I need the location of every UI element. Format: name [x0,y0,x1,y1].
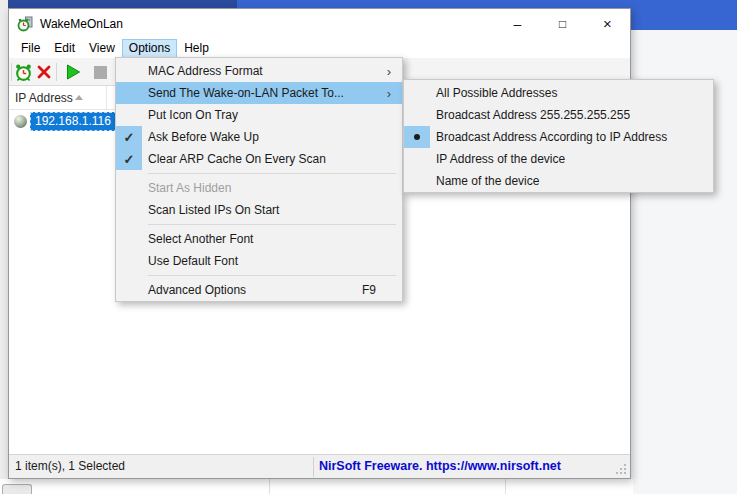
menu-item-ask-before-wake-up[interactable]: ✓ Ask Before Wake Up [116,126,402,148]
menu-item-send-wol-packet-to[interactable]: Send The Wake-on-LAN Packet To... › [116,82,402,104]
background-bottom-strip [0,479,633,494]
background-window-edge [505,479,506,494]
toolbar-gripper [11,63,12,81]
options-menu-popup: MAC Address Format › Send The Wake-on-LA… [115,57,403,302]
menu-item-mac-address-format[interactable]: MAC Address Format › [116,60,402,82]
alarm-clock-icon [14,63,33,82]
play-icon [66,64,81,80]
desktop-left-strip [0,0,8,479]
submenu-item-broadcast-255[interactable]: Broadcast Address 255.255.255.255 [404,104,713,126]
wake-up-button[interactable] [13,62,33,82]
checkmark-icon: ✓ [116,148,142,170]
background-window-band-dark [8,0,237,8]
background-tab-fragment [2,484,32,494]
submenu-item-broadcast-according-to-ip[interactable]: Broadcast Address According to IP Addres… [404,126,713,148]
menu-help[interactable]: Help [177,39,216,58]
submenu-arrow-icon: › [376,86,402,101]
delete-button[interactable] [34,62,54,82]
sort-ascending-icon [75,95,83,100]
stop-scan-button[interactable] [90,62,110,82]
menu-separator [148,173,396,174]
red-x-icon [36,64,52,80]
column-header-ip-address[interactable]: IP Address [15,86,73,110]
menu-separator [148,224,396,225]
minimize-button[interactable]: – [495,9,540,39]
column-divider[interactable] [106,86,107,110]
window-title: WakeMeOnLan [40,17,123,31]
menu-options[interactable]: Options [122,39,177,58]
statusbar: 1 item(s), 1 Selected NirSoft Freeware. … [9,454,630,478]
menu-item-clear-arp-cache[interactable]: ✓ Clear ARP Cache On Every Scan [116,148,402,170]
close-button[interactable]: × [585,9,630,39]
menu-view[interactable]: View [82,39,122,58]
menu-file[interactable]: File [14,39,47,58]
statusbar-pane-divider [313,457,314,477]
device-orb-icon [14,115,27,128]
menu-item-advanced-options[interactable]: Advanced Options F9 [116,279,402,301]
toolbar-separator [56,63,57,81]
nirsoft-link[interactable]: NirSoft Freeware. https://www.nirsoft.ne… [319,455,561,478]
menu-separator [148,275,396,276]
menu-item-scan-listed-ips-on-start[interactable]: Scan Listed IPs On Start [116,199,402,221]
submenu-item-ip-address-of-device[interactable]: IP Address of the device [404,148,713,170]
menu-item-select-another-font[interactable]: Select Another Font [116,228,402,250]
shortcut-label: F9 [362,283,402,297]
titlebar[interactable]: WakeMeOnLan – □ × [9,9,630,39]
status-selection-count: 1 item(s), 1 Selected [15,455,125,478]
menu-item-start-as-hidden: Start As Hidden [116,177,402,199]
app-alarm-clock-icon [17,16,33,32]
submenu-item-name-of-device[interactable]: Name of the device [404,170,713,192]
radio-selected-icon [414,134,420,140]
maximize-button[interactable]: □ [540,9,585,39]
start-scan-button[interactable] [63,62,83,82]
menu-item-put-icon-on-tray[interactable]: Put Icon On Tray [116,104,402,126]
send-packet-submenu-popup: All Possible Addresses Broadcast Address… [403,79,714,193]
resize-grip-icon[interactable] [615,463,628,476]
selected-ip-address: 192.168.1.116 [30,112,117,131]
background-window-edge [269,479,270,494]
submenu-arrow-icon: › [376,64,402,79]
submenu-item-all-possible-addresses[interactable]: All Possible Addresses [404,82,713,104]
menubar: File Edit View Options Help [9,39,630,58]
stop-icon [94,66,107,79]
menu-edit[interactable]: Edit [47,39,82,58]
menu-item-use-default-font[interactable]: Use Default Font [116,250,402,272]
checkmark-icon: ✓ [116,126,142,148]
